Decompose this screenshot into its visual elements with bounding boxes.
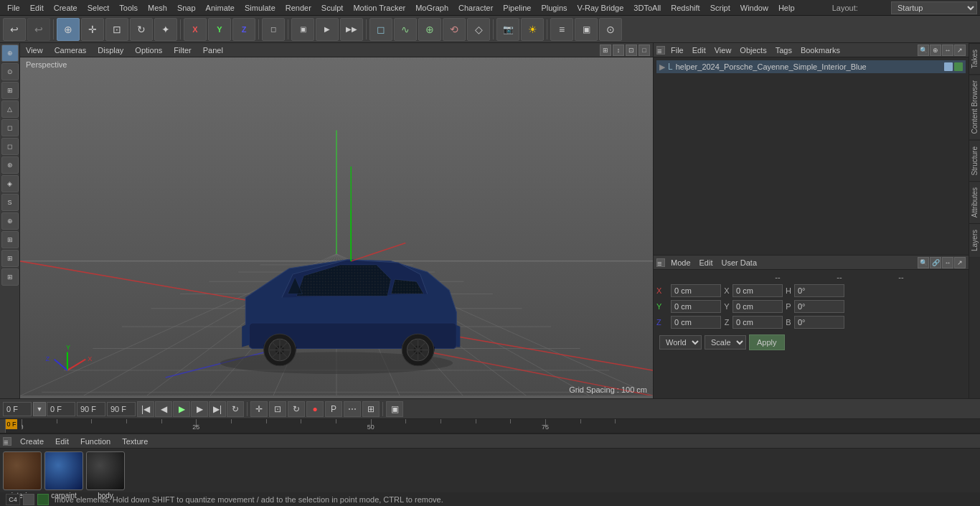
rotate-tool-tl-btn[interactable]: ↻ [288, 401, 305, 417]
frame-step-down[interactable]: ▼ [33, 402, 46, 416]
attr-user-data-menu[interactable]: User Data [719, 257, 760, 268]
sky-button[interactable]: ⊙ [599, 18, 622, 41]
status-icon-1[interactable] [23, 494, 34, 505]
go-end-btn[interactable]: ▶| [209, 401, 226, 417]
floor-button[interactable]: ≡ [550, 18, 573, 41]
viewport-ctrl-2[interactable]: ⊡ [626, 44, 637, 56]
layout-select[interactable]: Startup [891, 1, 977, 14]
attr-mode-menu[interactable]: Mode [668, 257, 694, 268]
menu-animate[interactable]: Animate [202, 2, 239, 14]
attr-expand-btn[interactable]: ↗ [954, 257, 966, 268]
attr-edit-menu[interactable]: Edit [697, 257, 716, 268]
object-row-0[interactable]: ▶ L helper_2024_Porsche_Cayenne_Simple_I… [656, 60, 966, 73]
menu-pipeline[interactable]: Pipeline [499, 2, 535, 14]
sidebar-btn-10[interactable]: ⊞ [1, 231, 19, 248]
om-bookmarks-menu[interactable]: Bookmarks [798, 44, 843, 56]
menu-3dtoall[interactable]: 3DToAll [629, 2, 665, 14]
mat-panel-icon[interactable]: ≡ [3, 437, 11, 446]
menu-file[interactable]: File [3, 2, 24, 14]
menu-snap[interactable]: Snap [173, 2, 200, 14]
sidebar-btn-3[interactable]: △ [1, 100, 19, 118]
om-file-menu[interactable]: File [668, 44, 687, 56]
viewport-menu-panel[interactable]: Panel [200, 44, 226, 56]
viewport-ctrl-3[interactable]: □ [639, 44, 650, 56]
om-objects-menu[interactable]: Objects [737, 44, 769, 56]
menu-mesh[interactable]: Mesh [143, 2, 171, 14]
bg-button[interactable]: ▣ [575, 18, 598, 41]
viewport-menu-display[interactable]: Display [95, 44, 126, 56]
menu-select[interactable]: Select [83, 2, 114, 14]
viewport[interactable]: X Y Z Perspective Grid Spacing : 100 cm [20, 57, 653, 398]
viewport-ctrl-1[interactable]: ↕ [613, 44, 624, 56]
om-expand-btn[interactable]: ↗ [954, 44, 966, 56]
preview-start-input[interactable] [47, 402, 75, 416]
prev-key-btn[interactable]: ◀ [155, 401, 172, 417]
menu-edit[interactable]: Edit [26, 2, 48, 14]
menu-simulate[interactable]: Simulate [240, 2, 280, 14]
world-select[interactable]: World [659, 335, 702, 350]
om-tags-menu[interactable]: Tags [773, 44, 795, 56]
scale-select[interactable]: Scale [705, 335, 746, 350]
spline-button[interactable]: ∿ [394, 18, 417, 41]
om-search-btn[interactable]: 🔍 [918, 44, 929, 56]
scale-tool-button[interactable]: ⊡ [105, 18, 128, 41]
motion-btn[interactable]: ⊞ [362, 401, 380, 417]
record-btn[interactable]: ● [306, 401, 324, 417]
sidebar-btn-7[interactable]: ◈ [1, 175, 19, 192]
attr-link-btn[interactable]: 🔗 [930, 257, 941, 268]
z-axis-button[interactable]: Z [232, 18, 255, 41]
menu-render[interactable]: Render [281, 2, 316, 14]
select-tool-button[interactable]: ⊕ [57, 18, 80, 41]
loop-btn[interactable]: ↻ [227, 401, 244, 417]
attr-h-input[interactable] [794, 284, 844, 297]
menu-character[interactable]: Character [454, 2, 497, 14]
sidebar-btn-8[interactable]: S [1, 194, 19, 211]
sidebar-btn-0[interactable]: ⊕ [1, 44, 19, 62]
attr-y2-input[interactable] [732, 300, 783, 313]
viewport-ctrl-0[interactable]: ⊞ [600, 44, 611, 56]
menu-motion-tracker[interactable]: Motion Tracker [349, 2, 410, 14]
sidebar-btn-2[interactable]: ⊞ [1, 82, 19, 99]
material-item-body[interactable]: body [86, 451, 125, 500]
sidebar-btn-1[interactable]: ⊙ [1, 63, 19, 80]
attr-layout-btn[interactable]: ↔ [942, 257, 953, 268]
mat-function-menu[interactable]: Function [77, 436, 113, 447]
env-button[interactable]: ◇ [467, 18, 490, 41]
menu-redshift[interactable]: Redshift [666, 2, 704, 14]
viewport-menu-filter[interactable]: Filter [171, 44, 194, 56]
move-tool-button[interactable]: ✛ [81, 18, 104, 41]
tab-attributes[interactable]: Attributes [969, 181, 980, 223]
status-icon-2[interactable] [37, 494, 49, 505]
attr-y1-input[interactable] [671, 300, 721, 313]
tab-content-browser[interactable]: Content Browser [969, 74, 980, 139]
sidebar-btn-9[interactable]: ⊕ [1, 212, 19, 230]
x-axis-button[interactable]: X [184, 18, 207, 41]
panel-menu-icon[interactable]: ≡ [656, 46, 665, 55]
tab-structure[interactable]: Structure [969, 140, 980, 182]
preview-end-input[interactable] [77, 402, 105, 416]
menu-script[interactable]: Script [706, 2, 735, 14]
keyframe-btn[interactable]: ⋯ [344, 401, 361, 417]
material-item-carpaint[interactable]: carpaint [44, 451, 83, 500]
menu-window[interactable]: Window [736, 2, 773, 14]
attr-panel-icon[interactable]: ≡ [656, 258, 665, 267]
sidebar-btn-12[interactable]: ⊞ [1, 268, 19, 286]
sidebar-btn-4[interactable]: ◻ [1, 119, 19, 136]
redo-button[interactable]: ↩ [27, 18, 50, 41]
scale-tool-tl-btn[interactable]: ⊡ [269, 401, 286, 417]
om-edit-menu[interactable]: Edit [689, 44, 709, 56]
render-region-button[interactable]: ▣ [291, 18, 314, 41]
apply-button[interactable]: Apply [749, 334, 785, 350]
end-frame-input[interactable] [107, 402, 136, 416]
tab-layers[interactable]: Layers [969, 223, 980, 257]
light-button[interactable]: ☀ [521, 18, 544, 41]
attr-b-input[interactable] [794, 316, 844, 329]
menu-tools[interactable]: Tools [115, 2, 142, 14]
menu-plugins[interactable]: Plugins [537, 2, 571, 14]
render-to-po-button[interactable]: ▶▶ [340, 18, 363, 41]
tab-takes[interactable]: Takes [969, 43, 980, 74]
viewport-menu-cameras[interactable]: Cameras [52, 44, 90, 56]
viewport-menu-view[interactable]: View [23, 44, 46, 56]
attr-search-btn[interactable]: 🔍 [918, 257, 929, 268]
menu-sculpt[interactable]: Sculpt [317, 2, 348, 14]
